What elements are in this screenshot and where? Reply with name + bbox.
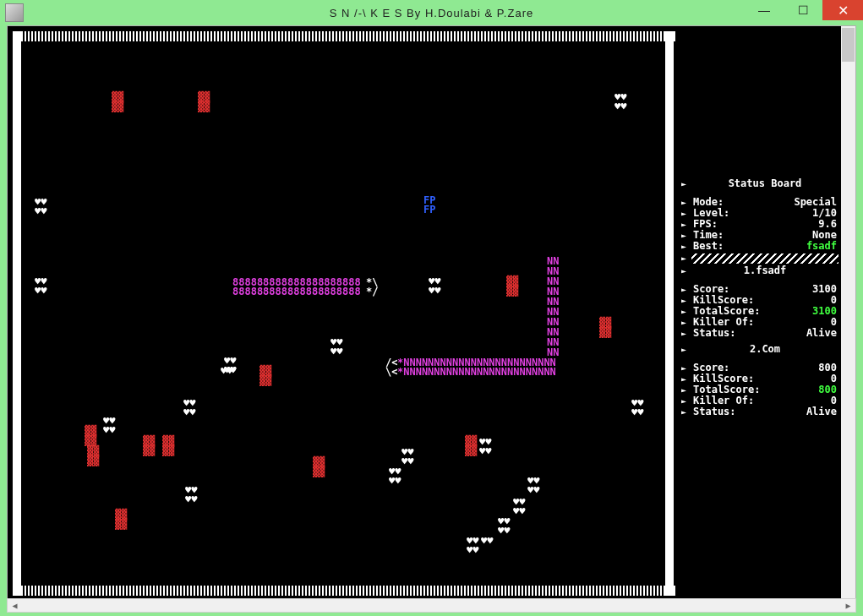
heart-icon: ♥♥ xyxy=(401,456,413,466)
obstacle: ▓▓ xyxy=(112,101,123,112)
p2-status-label: Status: xyxy=(693,406,736,417)
snake1-head: */ xyxy=(366,286,378,297)
scroll-left-button[interactable]: ◀ xyxy=(8,599,22,612)
window-title: S N /-\ K E S By H.Doulabi & P.Zare xyxy=(0,7,863,19)
obstacle: ▓▓ xyxy=(259,375,271,385)
p1-status-label: Status: xyxy=(693,328,736,339)
title-bar: S N /-\ K E S By H.Doulabi & P.Zare — ☐ … xyxy=(0,0,863,25)
obstacle: ▓▓ xyxy=(506,286,518,296)
player2-name: 2.Com xyxy=(685,344,845,357)
heart-icon: ♥♥ xyxy=(513,506,525,516)
obstacle: ▓▓ xyxy=(465,445,477,455)
border-bottom xyxy=(14,586,676,596)
obstacle: ▓▓ xyxy=(198,101,210,112)
obstacle: ▓▓ xyxy=(599,327,611,337)
obstacle: ▓▓ xyxy=(115,519,127,529)
obstacle: ▓▓ xyxy=(85,435,96,445)
snake2-head: \< xyxy=(385,367,397,377)
heart-icon: ♥♥ xyxy=(103,425,115,435)
scroll-right-button[interactable]: ▶ xyxy=(841,599,855,612)
heart-icon: ♥♥ xyxy=(498,526,510,536)
heart-icon: ♥♥ xyxy=(35,206,46,216)
status-title: Status Board xyxy=(685,178,845,192)
heart-icon: ♥♥ xyxy=(527,485,539,495)
obstacle: ▓▓ xyxy=(313,466,325,477)
heart-icon: ♥♥ xyxy=(481,536,493,546)
heart-icon: ♥♥ xyxy=(614,101,626,112)
snake2-body: *NNNNNNNNNNNNNNNNNNNNNNNNN xyxy=(397,367,556,377)
heart-icon: ♥♥ xyxy=(389,476,401,486)
heart-icon: ♥♥ xyxy=(185,494,197,504)
maximize-button[interactable]: ☐ xyxy=(784,0,822,20)
snake1-body: 888888888888888888888 xyxy=(232,286,361,297)
minimize-button[interactable]: — xyxy=(745,0,784,20)
heart-icon: ♥♥ xyxy=(330,346,342,357)
scroll-thumb[interactable] xyxy=(842,28,855,62)
obstacle: ▓▓ xyxy=(143,445,155,455)
heart-icon: ♥♥ xyxy=(221,366,232,376)
obstacle: ▓▓ xyxy=(87,455,99,466)
heart-icon: ♥♥ xyxy=(35,286,46,296)
client-area: FP FP ♥♥ ♥♥ ♥♥ ♥♥ ♥♥ ♥♥ ♥♥ ♥♥ ♥♥ ♥♥ ♥♥ ♥… xyxy=(7,25,856,599)
game-console[interactable]: FP FP ♥♥ ♥♥ ♥♥ ♥♥ ♥♥ ♥♥ ♥♥ ♥♥ ♥♥ ♥♥ ♥♥ ♥… xyxy=(8,26,855,598)
app-icon xyxy=(5,3,24,22)
heart-icon: ♥♥ xyxy=(479,446,491,456)
heart-icon: ♥♥ xyxy=(429,286,440,296)
best-label: Best: xyxy=(693,241,724,252)
border-left xyxy=(13,31,21,596)
player1-name: 1.fsadf xyxy=(685,265,845,279)
p2-status-value: Alive xyxy=(806,406,837,417)
heart-icon: ♥♥ xyxy=(183,407,195,417)
p1-status-value: Alive xyxy=(806,328,837,339)
close-button[interactable]: ✕ xyxy=(822,0,863,20)
heart-icon: ♥♥ xyxy=(467,545,478,555)
status-board: Status Board Mode:Special Level:1/10 FPS… xyxy=(685,178,845,417)
divider xyxy=(691,253,838,264)
powerup-fp: FP xyxy=(423,204,435,215)
border-right xyxy=(665,31,674,596)
border-top xyxy=(14,31,676,41)
best-value: fsadf xyxy=(806,241,837,252)
heart-icon: ♥♥ xyxy=(631,407,643,417)
horizontal-scrollbar[interactable]: ◀ ▶ xyxy=(7,598,856,613)
window-controls: — ☐ ✕ xyxy=(745,0,863,20)
obstacle: ▓▓ xyxy=(162,445,174,455)
vertical-scrollbar[interactable] xyxy=(841,26,855,598)
